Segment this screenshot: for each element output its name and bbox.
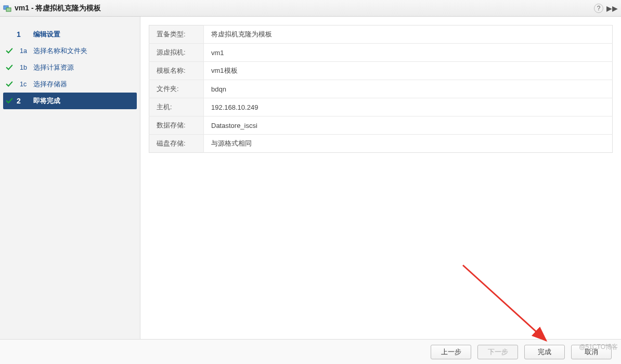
step-select-name-folder[interactable]: 1a 选择名称和文件夹	[0, 43, 140, 59]
step-edit-settings[interactable]: 1 编辑设置	[0, 26, 140, 43]
content-panel: 置备类型: 将虚拟机克隆为模板 源虚拟机: vm1 模板名称: vm1模板 文件…	[140, 17, 621, 339]
step-label: 选择计算资源	[33, 63, 74, 72]
help-icon[interactable]: ?	[594, 4, 603, 13]
finish-button[interactable]: 完成	[524, 345, 565, 359]
table-row: 置备类型: 将虚拟机克隆为模板	[149, 25, 613, 44]
summary-key: 主机:	[149, 98, 204, 116]
cancel-button[interactable]: 取消	[571, 345, 612, 359]
summary-table: 置备类型: 将虚拟机克隆为模板 源虚拟机: vm1 模板名称: vm1模板 文件…	[149, 25, 613, 153]
window-title: vm1 - 将虚拟机克隆为模板	[15, 4, 101, 13]
step-number: 1b	[15, 64, 33, 71]
step-number: 1	[15, 30, 33, 38]
expand-arrow-icon[interactable]: ▶▶	[606, 5, 618, 12]
summary-key: 置备类型:	[149, 25, 204, 44]
footer-bar: 上一步 下一步 完成 取消	[0, 339, 621, 364]
summary-value: 将虚拟机克隆为模板	[204, 25, 613, 44]
step-label: 编辑设置	[33, 30, 60, 39]
summary-value: Datastore_iscsi	[204, 116, 613, 135]
table-row: 模板名称: vm1模板	[149, 62, 613, 80]
table-row: 磁盘存储: 与源格式相同	[149, 135, 613, 153]
summary-value: bdqn	[204, 80, 613, 98]
table-row: 文件夹: bdqn	[149, 80, 613, 98]
summary-value: 192.168.10.249	[204, 98, 613, 116]
summary-key: 源虚拟机:	[149, 44, 204, 62]
step-select-compute-resource[interactable]: 1b 选择计算资源	[0, 59, 140, 76]
titlebar: vm1 - 将虚拟机克隆为模板 ? ▶▶	[0, 0, 621, 17]
next-button: 下一步	[477, 345, 518, 359]
step-ready-to-complete[interactable]: 2 即将完成	[3, 93, 137, 109]
check-icon	[4, 81, 15, 88]
step-label: 即将完成	[33, 96, 60, 106]
table-row: 源虚拟机: vm1	[149, 44, 613, 62]
summary-value: 与源格式相同	[204, 135, 613, 153]
step-number: 2	[15, 97, 33, 105]
step-label: 选择存储器	[33, 80, 67, 89]
step-number: 1a	[15, 47, 33, 55]
check-icon	[4, 64, 15, 71]
summary-value: vm1模板	[204, 62, 613, 80]
summary-key: 磁盘存储:	[149, 135, 204, 153]
summary-key: 数据存储:	[149, 116, 204, 135]
table-row: 主机: 192.168.10.249	[149, 98, 613, 116]
table-row: 数据存储: Datastore_iscsi	[149, 116, 613, 135]
main-area: 1 编辑设置 1a 选择名称和文件夹 1b 选择计算资源 1c 选择存储器	[0, 17, 621, 339]
back-button[interactable]: 上一步	[431, 345, 471, 359]
step-label: 选择名称和文件夹	[33, 46, 87, 56]
step-select-storage[interactable]: 1c 选择存储器	[0, 76, 140, 93]
svg-rect-1	[6, 8, 11, 11]
wizard-sidebar: 1 编辑设置 1a 选择名称和文件夹 1b 选择计算资源 1c 选择存储器	[0, 17, 140, 339]
summary-key: 文件夹:	[149, 80, 204, 98]
step-number: 1c	[15, 81, 33, 88]
vm-icon	[3, 4, 11, 12]
summary-value: vm1	[204, 44, 613, 62]
summary-key: 模板名称:	[149, 62, 204, 80]
check-icon	[4, 47, 15, 55]
check-icon	[4, 97, 15, 105]
